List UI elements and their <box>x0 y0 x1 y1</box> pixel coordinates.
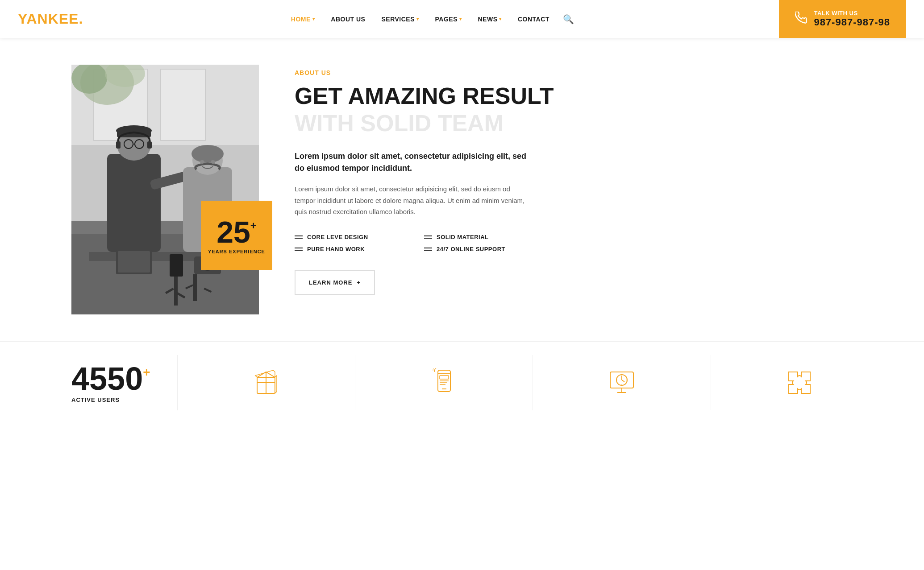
svg-point-26 <box>191 145 224 163</box>
nav-item-contact[interactable]: CONTACT <box>512 12 556 26</box>
nav-item-about[interactable]: ABOUT US <box>325 12 371 26</box>
feature-item-4: 24/7 ONLINE SUPPORT <box>424 246 527 252</box>
mobile-icon <box>430 368 458 397</box>
chevron-down-icon: ▾ <box>312 17 315 21</box>
nav: HOME ▾ ABOUT US SERVICES ▾ PAGES ▾ NEWS … <box>285 10 578 28</box>
stats-number: 4550+ <box>71 363 150 395</box>
feature-item-2: SOLID MATERIAL <box>424 234 527 240</box>
chevron-down-icon: ▾ <box>459 17 462 21</box>
svg-rect-10 <box>107 154 161 252</box>
heading-main: GET AMAZING RESULT <box>295 83 888 109</box>
nav-item-services[interactable]: SERVICES ▾ <box>375 12 425 26</box>
svg-rect-15 <box>147 141 152 149</box>
stats-icon-box <box>177 355 355 410</box>
cta-phone-button[interactable]: TALK WITH US 987-987-987-98 <box>779 0 906 38</box>
cta-phone-text: TALK WITH US 987-987-987-98 <box>814 10 890 28</box>
learn-more-button[interactable]: LEARN MORE + <box>295 270 375 295</box>
dash-icon <box>424 235 432 239</box>
puzzle-icon <box>785 368 814 397</box>
team-photo <box>71 65 259 314</box>
stats-label: ACTIVE USERS <box>71 397 150 403</box>
features-grid: CORE LEVE DESIGN SOLID MATERIAL PURE HAN… <box>295 234 527 252</box>
stats-icon-mobile <box>355 355 533 410</box>
svg-rect-3 <box>161 69 205 140</box>
svg-point-28 <box>211 160 215 164</box>
logo-dot: . <box>79 11 83 27</box>
clock-monitor-icon <box>608 368 636 397</box>
feature-item-3: PURE HAND WORK <box>295 246 397 252</box>
chevron-down-icon: ▾ <box>499 17 502 21</box>
hero-image-container: 25+ YEARS EXPERIENCE <box>71 65 259 314</box>
section-label: ABOUT US <box>295 69 888 76</box>
body-text: Lorem ipsum dolor sit amet, consectetur … <box>295 183 527 218</box>
search-icon[interactable]: 🔍 <box>559 10 578 28</box>
header: YANKEE. HOME ▾ ABOUT US SERVICES ▾ PAGES… <box>0 0 924 38</box>
svg-line-54 <box>622 380 624 382</box>
lead-text: Lorem ipsum dolor sit amet, consectetur … <box>295 150 527 174</box>
svg-rect-23 <box>170 254 183 277</box>
logo[interactable]: YANKEE. <box>18 11 83 27</box>
stats-main: 4550+ ACTIVE USERS <box>71 363 150 403</box>
stats-icon-clock <box>533 355 710 410</box>
svg-point-13 <box>116 125 152 136</box>
svg-point-27 <box>200 160 204 164</box>
phone-icon <box>795 12 807 27</box>
svg-rect-38 <box>118 251 150 273</box>
experience-badge: 25+ YEARS EXPERIENCE <box>201 201 272 270</box>
dash-icon <box>295 248 303 251</box>
feature-item-1: CORE LEVE DESIGN <box>295 234 397 240</box>
chevron-down-icon: ▾ <box>416 17 419 21</box>
experience-number: 25+ <box>216 217 257 247</box>
about-content: ABOUT US GET AMAZING RESULT WITH SOLID T… <box>295 65 888 295</box>
nav-item-pages[interactable]: PAGES ▾ <box>429 12 468 26</box>
dash-icon <box>295 235 303 239</box>
stats-icons-row <box>177 355 888 410</box>
dash-icon <box>424 248 432 251</box>
nav-item-news[interactable]: NEWS ▾ <box>471 12 508 26</box>
svg-rect-33 <box>193 274 197 301</box>
stats-section: 4550+ ACTIVE USERS <box>0 341 924 433</box>
experience-label: YEARS EXPERIENCE <box>208 249 265 254</box>
about-section: 25+ YEARS EXPERIENCE ABOUT US GET AMAZIN… <box>0 38 924 341</box>
hero-image <box>71 65 259 314</box>
nav-item-home[interactable]: HOME ▾ <box>285 12 321 26</box>
heading-sub: WITH SOLID TEAM <box>295 111 888 136</box>
logo-text: YANKEE <box>18 11 79 27</box>
plus-icon: + <box>357 279 361 286</box>
svg-rect-45 <box>440 376 449 379</box>
svg-rect-14 <box>116 141 121 149</box>
box-icon <box>252 368 280 397</box>
stats-icon-puzzle <box>711 355 888 410</box>
